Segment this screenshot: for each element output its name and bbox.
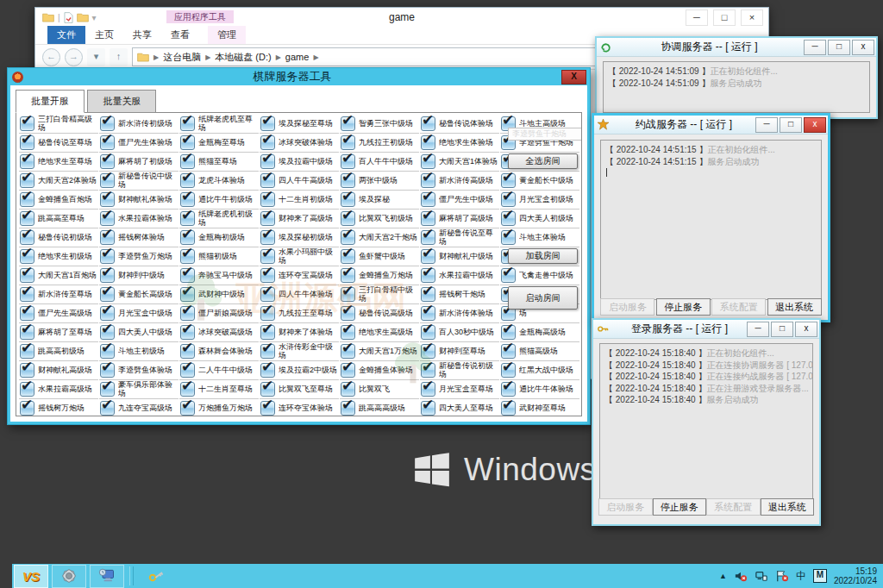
load-rooms-button[interactable]: 加载房间	[508, 248, 578, 264]
room-checkbox[interactable]	[260, 230, 275, 245]
room-checkbox[interactable]	[421, 344, 435, 359]
room-checkbox[interactable]	[421, 192, 435, 207]
taskbar-app-login[interactable]	[139, 565, 173, 588]
exit-system-button[interactable]: 退出系统	[761, 498, 815, 516]
taskbar-clock[interactable]: 15:19 2022/10/24	[834, 566, 877, 585]
room-checkbox[interactable]	[20, 306, 34, 321]
room-checkbox[interactable]	[501, 344, 516, 359]
room-checkbox[interactable]	[341, 116, 355, 131]
room-checkbox[interactable]	[20, 401, 34, 416]
close-button[interactable]: ×	[741, 9, 763, 26]
room-checkbox[interactable]	[421, 363, 435, 378]
room-checkbox[interactable]	[501, 192, 516, 207]
room-checkbox[interactable]	[180, 287, 195, 302]
qat-dropdown-icon[interactable]: ▾	[92, 13, 97, 22]
minimize-button[interactable]: ─	[747, 322, 769, 337]
room-checkbox[interactable]	[501, 268, 516, 283]
room-checkbox[interactable]	[341, 211, 355, 226]
input-language-indicator[interactable]: 中	[796, 569, 806, 584]
room-checkbox[interactable]	[20, 173, 34, 188]
room-checkbox[interactable]	[180, 306, 195, 321]
room-checkbox[interactable]	[20, 230, 34, 245]
room-checkbox[interactable]	[20, 382, 34, 397]
recent-dropdown-icon[interactable]: ▾	[87, 48, 105, 66]
room-checkbox[interactable]	[421, 306, 435, 321]
select-all-rooms-button[interactable]: 全选房间	[508, 153, 578, 169]
tab-home[interactable]: 主页	[85, 26, 123, 44]
room-checkbox[interactable]	[501, 211, 516, 226]
close-button[interactable]: x	[804, 117, 826, 133]
room-checkbox[interactable]	[341, 287, 355, 302]
room-checkbox[interactable]	[260, 173, 275, 188]
room-checkbox[interactable]	[20, 249, 34, 264]
room-checkbox[interactable]	[100, 306, 115, 321]
room-checkbox[interactable]	[20, 325, 34, 340]
room-checkbox[interactable]	[260, 325, 275, 340]
up-button[interactable]: ↑	[110, 48, 128, 66]
stop-service-button[interactable]: 停止服务	[653, 498, 707, 516]
room-checkbox[interactable]	[421, 211, 435, 226]
room-checkbox[interactable]	[100, 401, 115, 416]
room-checkbox[interactable]	[260, 116, 275, 131]
room-checkbox[interactable]	[421, 382, 435, 397]
room-checkbox[interactable]	[421, 116, 435, 131]
minimize-button[interactable]: ─	[686, 9, 708, 26]
room-checkbox[interactable]	[20, 192, 34, 207]
room-checkbox[interactable]	[421, 154, 435, 169]
breadcrumb[interactable]: ▶ 这台电脑 ▶ 本地磁盘 (D:) ▶ game ▶	[132, 47, 612, 66]
start-rooms-button[interactable]: 启动房间	[508, 286, 578, 310]
room-checkbox[interactable]	[180, 154, 195, 169]
room-checkbox[interactable]	[260, 211, 275, 226]
room-checkbox[interactable]	[100, 116, 115, 131]
ime-mode-icon[interactable]: M	[813, 569, 827, 583]
room-checkbox[interactable]	[421, 268, 435, 283]
taskbar-app-vs[interactable]: VS	[14, 565, 48, 588]
tab-batch-close[interactable]: 批量关服	[87, 90, 156, 113]
breadcrumb-game[interactable]: game	[285, 52, 310, 62]
room-checkbox[interactable]	[20, 116, 34, 131]
room-checkbox[interactable]	[421, 249, 435, 264]
room-checkbox[interactable]	[421, 135, 435, 150]
room-checkbox[interactable]	[180, 211, 195, 226]
room-checkbox[interactable]	[341, 344, 355, 359]
room-checkbox[interactable]	[260, 306, 275, 321]
breadcrumb-drive-d[interactable]: 本地磁盘 (D:)	[215, 51, 271, 64]
room-checkbox[interactable]	[260, 192, 275, 207]
room-checkbox[interactable]	[341, 154, 355, 169]
room-checkbox[interactable]	[260, 382, 275, 397]
room-checkbox[interactable]	[501, 173, 516, 188]
forward-button[interactable]: →	[65, 48, 83, 66]
room-checkbox[interactable]	[260, 154, 275, 169]
room-checkbox[interactable]	[100, 192, 115, 207]
room-checkbox[interactable]	[421, 401, 435, 416]
room-checkbox[interactable]	[100, 287, 115, 302]
room-checkbox[interactable]	[20, 135, 34, 150]
room-checkbox[interactable]	[260, 135, 275, 150]
room-checkbox[interactable]	[341, 382, 355, 397]
room-checkbox[interactable]	[260, 401, 275, 416]
room-checkbox[interactable]	[341, 401, 355, 416]
room-checkbox[interactable]	[341, 325, 355, 340]
folder-icon[interactable]	[77, 12, 89, 22]
room-checkbox[interactable]	[180, 135, 195, 150]
room-checkbox[interactable]	[180, 230, 195, 245]
room-checkbox[interactable]	[260, 363, 275, 378]
tab-manage[interactable]: 管理	[208, 26, 246, 44]
stop-service-button[interactable]: 停止服务	[656, 298, 711, 316]
room-checkbox[interactable]	[260, 249, 275, 264]
room-checkbox[interactable]	[421, 287, 435, 302]
tab-share[interactable]: 共享	[123, 26, 161, 44]
breadcrumb-this-pc[interactable]: 这台电脑	[163, 51, 201, 64]
room-checkbox[interactable]	[180, 249, 195, 264]
room-checkbox[interactable]	[260, 287, 275, 302]
room-checkbox[interactable]	[180, 382, 195, 397]
close-button[interactable]: X	[561, 70, 586, 84]
room-checkbox[interactable]	[20, 363, 34, 378]
room-checkbox[interactable]	[100, 325, 115, 340]
maximize-button[interactable]: □	[713, 9, 736, 26]
room-checkbox[interactable]	[341, 230, 355, 245]
minimize-button[interactable]: ─	[804, 40, 826, 55]
back-button[interactable]: ←	[42, 48, 60, 66]
room-checkbox[interactable]	[20, 211, 34, 226]
volume-muted-icon[interactable]	[734, 570, 748, 582]
